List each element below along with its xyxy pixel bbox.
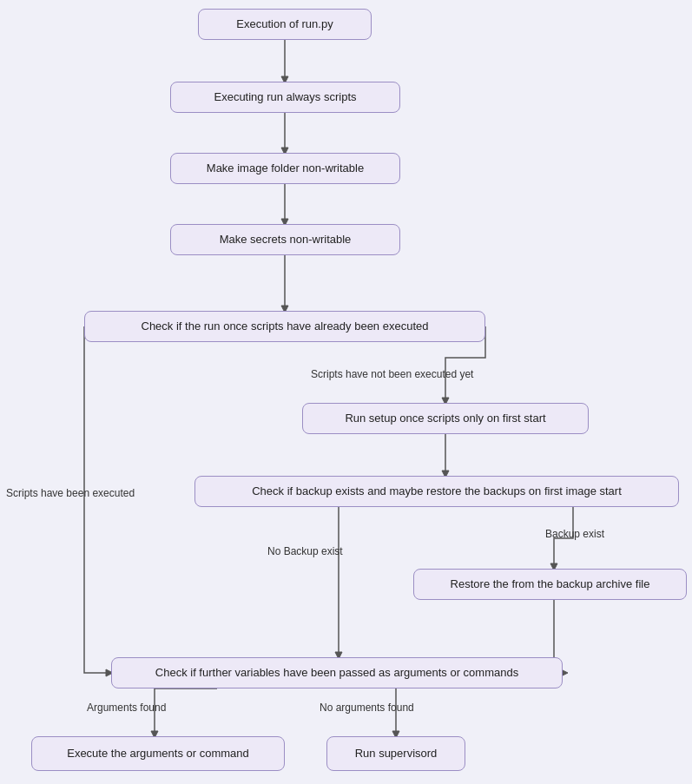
label-arguments-found: Arguments found: [87, 702, 166, 714]
node-execution: Execution of run.py: [198, 9, 372, 40]
label-backup-exist: Backup exist: [545, 528, 604, 540]
node-supervisord: Run supervisord: [326, 736, 465, 771]
node-check-variables: Check if further variables have been pas…: [111, 657, 563, 688]
node-execute: Execute the arguments or command: [31, 736, 285, 771]
node-always-scripts: Executing run always scripts: [170, 82, 400, 113]
label-not-executed: Scripts have not been executed yet: [311, 368, 473, 380]
node-check-backup: Check if backup exists and maybe restore…: [194, 476, 679, 507]
node-image-folder: Make image folder non-writable: [170, 153, 400, 184]
flowchart: Execution of run.py Executing run always…: [0, 0, 692, 784]
node-check-run-once: Check if the run once scripts have alrea…: [84, 311, 485, 342]
node-run-setup: Run setup once scripts only on first sta…: [302, 403, 589, 434]
node-secrets: Make secrets non-writable: [170, 224, 400, 255]
label-executed: Scripts have been executed: [6, 487, 135, 499]
node-restore: Restore the from the backup archive file: [413, 569, 687, 600]
label-no-backup: No Backup exist: [267, 545, 343, 557]
label-no-arguments: No arguments found: [320, 702, 414, 714]
